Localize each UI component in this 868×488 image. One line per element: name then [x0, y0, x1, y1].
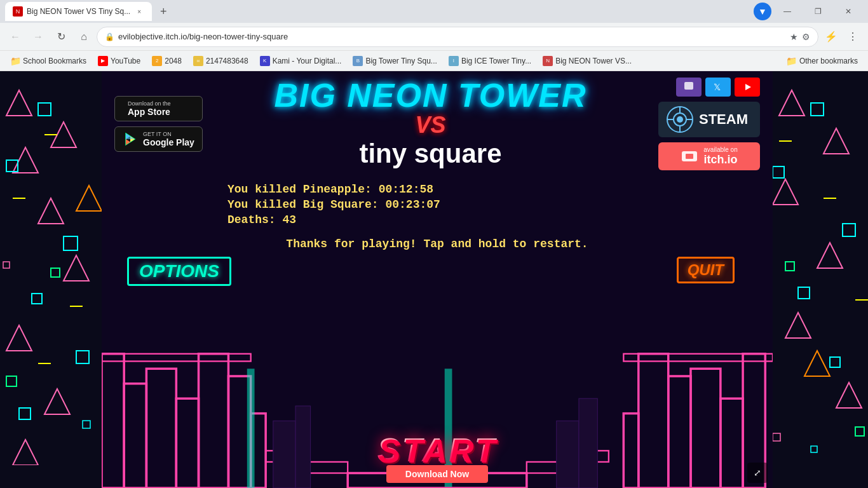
2048-icon: 2	[152, 56, 162, 66]
bookmark-bigtower-label: Big Tower Tiny Squ...	[365, 57, 437, 65]
svg-marker-23	[779, 90, 804, 116]
svg-rect-31	[843, 224, 855, 236]
tab-favicon: N	[13, 6, 23, 17]
nav-bar: ← → ↻ ⌂ 🔒 evilobjective.itch.io/big-neon…	[0, 23, 868, 51]
download-button[interactable]: Download Now	[386, 465, 488, 483]
game-scene: OPTIONS QUIT	[102, 250, 773, 488]
tab-close-button[interactable]: ×	[134, 6, 144, 17]
bookmark-school[interactable]: 📁 School Bookmarks	[5, 55, 92, 67]
google-play-big-text: Google Play	[143, 137, 194, 147]
minimize-button[interactable]: —	[773, 2, 802, 21]
svg-rect-47	[684, 82, 693, 90]
svg-rect-11	[32, 294, 42, 304]
game-title-line1: BIG NEON TOWER	[274, 79, 587, 112]
game-stats: You killed Pineapple: 00:12:58 You kille…	[215, 177, 660, 233]
game-title-center: BIG NEON TOWER VS tiny square	[203, 79, 658, 169]
maximize-button[interactable]: ❐	[803, 2, 832, 21]
youtube-social-icon[interactable]	[735, 78, 760, 97]
bookmark-bigneon-label: Big NEON Tower VS...	[555, 57, 632, 65]
extension-icon[interactable]: ⚙	[802, 32, 810, 42]
right-decoration-panel	[766, 71, 868, 488]
app-store-badge[interactable]: Download on the App Store	[114, 96, 203, 121]
page-content: Download on the App Store	[0, 71, 868, 488]
menu-button[interactable]: ⋮	[843, 27, 863, 47]
bookmark-kami[interactable]: K Kami - Your Digital...	[255, 55, 347, 67]
svg-marker-4	[64, 255, 89, 281]
home-button[interactable]: ⌂	[74, 27, 94, 47]
youtube-icon: ▶	[98, 56, 108, 66]
start-button[interactable]: START	[377, 431, 498, 469]
game-container: Download on the App Store	[102, 71, 773, 488]
itchio-badge[interactable]: available on itch.io	[658, 142, 760, 170]
steam-badge[interactable]: STEAM	[658, 102, 760, 137]
svg-rect-18	[51, 268, 60, 277]
twitter-icon[interactable]: 𝕏	[705, 78, 731, 97]
svg-rect-8	[38, 103, 51, 116]
tab-title: Big NEON Tower VS Tiny Sq...	[27, 7, 130, 16]
bigneon-icon: N	[543, 56, 553, 66]
forward-button[interactable]: →	[28, 27, 48, 47]
bookmark-bigice[interactable]: I Big ICE Tower Tiny...	[444, 55, 536, 67]
google-play-text: GET IT ON Google Play	[143, 131, 194, 147]
bookmark-bigice-label: Big ICE Tower Tiny...	[461, 57, 531, 65]
svg-marker-20	[76, 186, 102, 211]
right-badges: 𝕏	[658, 78, 760, 170]
other-bookmarks-folder-icon: 📁	[786, 56, 797, 66]
bookmark-2048[interactable]: 2 2048	[147, 55, 187, 67]
bookmark-bigtower[interactable]: B Big Tower Tiny Squ...	[348, 55, 442, 67]
left-decorations-svg	[0, 71, 102, 465]
profile-icon[interactable]: ▼	[754, 3, 771, 20]
new-tab-button[interactable]: +	[154, 3, 172, 20]
address-bar[interactable]: 🔒 evilobjective.itch.io/big-neon-tower-t…	[97, 27, 818, 47]
download-bar: Download Now	[102, 465, 773, 488]
svg-marker-49	[745, 84, 751, 90]
google-play-icon	[123, 132, 138, 147]
svg-rect-58	[686, 154, 693, 159]
stat-killed-pineapple: You killed Pineapple: 00:12:58	[227, 183, 647, 196]
app-store-big-text: App Store	[128, 107, 171, 117]
close-button[interactable]: ✕	[834, 2, 863, 21]
right-decorations-svg	[766, 71, 868, 465]
bigice-icon: I	[449, 56, 459, 66]
svg-rect-38	[855, 427, 864, 436]
left-decoration-panel	[0, 71, 102, 488]
twitch-icon[interactable]	[676, 78, 702, 97]
lock-icon: 🔒	[105, 32, 114, 41]
svg-rect-32	[798, 287, 810, 299]
google-play-badge[interactable]: GET IT ON Google Play	[114, 126, 203, 152]
game-title-vs: VS	[415, 112, 445, 139]
nav-right-controls: ⚡ ⋮	[821, 27, 863, 47]
bookmark-school-label: School Bookmarks	[23, 57, 86, 65]
bigtower-icon: B	[353, 56, 363, 66]
other-bookmarks[interactable]: 📁 Other bookmarks	[781, 55, 863, 67]
svg-marker-0	[6, 90, 32, 116]
svg-rect-30	[773, 166, 784, 178]
svg-marker-39	[804, 351, 830, 376]
itchio-big-text: itch.io	[704, 153, 738, 166]
app-store-small-text: Download on the	[128, 100, 171, 107]
google-play-small-text: GET IT ON	[143, 131, 194, 137]
svg-marker-5	[6, 325, 32, 351]
bookmark-youtube[interactable]: ▶ YouTube	[93, 55, 146, 67]
bookmark-star-icon[interactable]: ★	[790, 32, 798, 42]
active-tab[interactable]: N Big NEON Tower VS Tiny Sq... ×	[5, 2, 152, 21]
bookmark-kami-label: Kami - Your Digital...	[273, 57, 342, 65]
2147483648-icon: ∞	[193, 56, 203, 66]
svg-rect-22	[83, 421, 90, 428]
svg-rect-33	[830, 357, 840, 367]
address-text: evilobjective.itch.io/big-neon-tower-tin…	[118, 32, 786, 41]
extensions-button[interactable]: ⚡	[821, 27, 841, 47]
itchio-text-block: available on itch.io	[703, 146, 737, 166]
reload-button[interactable]: ↻	[51, 27, 71, 47]
svg-marker-27	[785, 313, 811, 338]
other-bookmarks-label: Other bookmarks	[799, 57, 858, 65]
svg-marker-26	[817, 243, 843, 268]
bookmark-bigneon[interactable]: N Big NEON Tower VS...	[538, 55, 637, 67]
bookmark-2147483648[interactable]: ∞ 2147483648	[188, 55, 254, 67]
svg-marker-44	[126, 139, 130, 145]
svg-rect-29	[811, 103, 824, 116]
svg-rect-40	[773, 433, 780, 441]
svg-marker-7	[13, 440, 38, 465]
bookmarks-bar: 📁 School Bookmarks ▶ YouTube 2 2048 ∞ 21…	[0, 51, 868, 71]
back-button[interactable]: ←	[5, 27, 25, 47]
